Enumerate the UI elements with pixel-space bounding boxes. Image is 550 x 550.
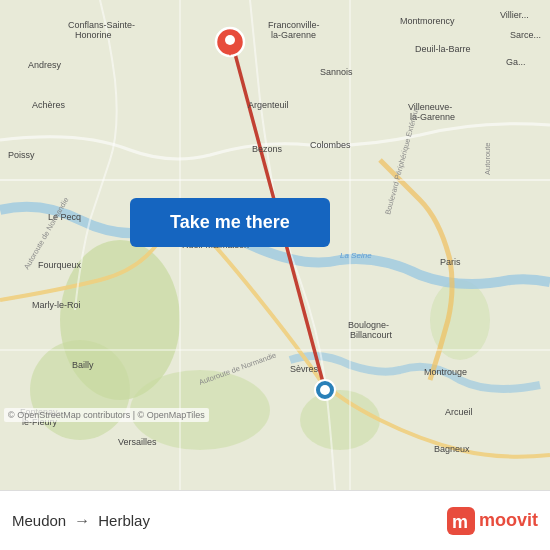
svg-text:Autoroute: Autoroute [483,142,492,175]
svg-text:Marly-le-Roi: Marly-le-Roi [32,300,81,310]
svg-text:Boulogne-: Boulogne- [348,320,389,330]
svg-text:Achères: Achères [32,100,66,110]
footer-left: Meudon → Herblay [12,512,150,530]
svg-text:Bailly: Bailly [72,360,94,370]
footer: Meudon → Herblay m moovit [0,490,550,550]
svg-text:Versailles: Versailles [118,437,157,447]
moovit-logo: m moovit [447,507,538,535]
svg-text:Poissy: Poissy [8,150,35,160]
svg-text:Villier...: Villier... [500,10,529,20]
arrow-icon: → [74,512,90,530]
moovit-icon: m [447,507,475,535]
svg-text:Montrouge: Montrouge [424,367,467,377]
svg-text:Argenteuil: Argenteuil [248,100,289,110]
svg-text:Montmorency: Montmorency [400,16,455,26]
svg-point-12 [320,385,330,395]
svg-text:Ga...: Ga... [506,57,526,67]
svg-text:Honorine: Honorine [75,30,112,40]
svg-text:Sèvres: Sèvres [290,364,319,374]
svg-text:Paris: Paris [440,257,461,267]
svg-text:Arcueil: Arcueil [445,407,473,417]
destination-label: Herblay [98,512,150,529]
svg-text:Deuil-la-Barre: Deuil-la-Barre [415,44,471,54]
svg-text:La Seine: La Seine [340,251,372,260]
origin-label: Meudon [12,512,66,529]
svg-text:m: m [452,512,468,532]
svg-text:Fourqueux: Fourqueux [38,260,82,270]
svg-text:Franconville-: Franconville- [268,20,320,30]
svg-text:Conflans-Sainte-: Conflans-Sainte- [68,20,135,30]
map-container: Conflans-Sainte- Honorine Andresy Achère… [0,0,550,490]
svg-text:Bagneux: Bagneux [434,444,470,454]
copyright-text: © OpenStreetMap contributors | © OpenMap… [4,408,209,422]
svg-text:la-Garenne: la-Garenne [271,30,316,40]
svg-text:Colombes: Colombes [310,140,351,150]
moovit-brand-text: moovit [479,510,538,531]
svg-point-15 [225,35,235,45]
svg-text:Sarce...: Sarce... [510,30,541,40]
svg-text:Billancourt: Billancourt [350,330,393,340]
svg-text:Sannois: Sannois [320,67,353,77]
take-me-there-button[interactable]: Take me there [130,198,330,247]
svg-text:Bezons: Bezons [252,144,283,154]
svg-text:Andresy: Andresy [28,60,62,70]
